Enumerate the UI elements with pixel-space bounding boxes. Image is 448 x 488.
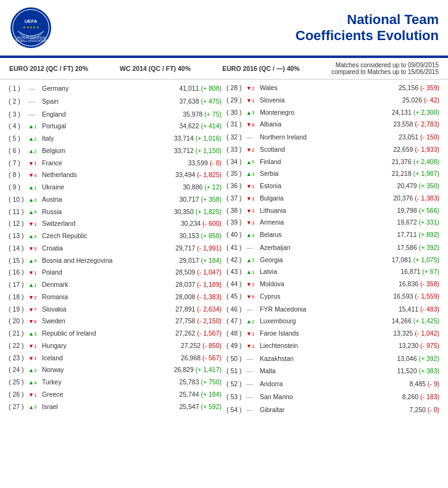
country-name: Georgia <box>260 255 392 265</box>
rank-label: ( 17 ) <box>9 280 28 290</box>
team-score: 15,411 (- 483) <box>399 305 439 315</box>
page-title: National Team Coefficients Evolution <box>52 12 439 44</box>
up-arrow-icon: ▲ <box>28 209 34 217</box>
rank-label: ( 45 ) <box>226 292 246 302</box>
trend-indicator: ▲1 <box>246 268 260 277</box>
up-arrow-icon: ▲ <box>246 231 252 240</box>
table-row: ( 4 ) ▲1Portugal34,622 (+ 414) <box>9 120 222 133</box>
rank-label: ( 15 ) <box>9 256 28 266</box>
country-name: Lithuania <box>260 206 397 216</box>
rank-label: ( 33 ) <box>226 145 246 155</box>
trend-indicator: ▲1 <box>28 281 42 290</box>
team-score: 29,017 (+ 184) <box>179 256 222 266</box>
down-arrow-icon: ▼ <box>246 183 252 191</box>
table-row: ( 33 ) ▼2Scotland22,659 (- 1,933) <box>226 144 439 156</box>
country-name: Germany <box>42 84 179 94</box>
country-name: Northern Ireland <box>260 133 399 143</box>
country-name: Bulgaria <box>260 194 393 204</box>
country-name: Slovenia <box>260 96 402 105</box>
trend-indicator: ▼2 <box>246 146 260 155</box>
up-arrow-icon: ▲ <box>28 403 34 412</box>
up-arrow-icon: ▲ <box>28 123 34 131</box>
rank-label: ( 32 ) <box>226 133 246 143</box>
down-arrow-icon: ▼ <box>246 330 252 339</box>
country-name: Andorra <box>260 379 410 389</box>
team-score: 34,622 (+ 414) <box>179 122 222 131</box>
table-row: ( 15 ) ▲4Bosnia and Herzegovina29,017 (+… <box>9 255 222 267</box>
table-row: ( 49 ) ▼1Liechtenstein13,230 (- 975) <box>226 340 439 352</box>
country-name: Poland <box>42 268 175 278</box>
up-arrow-icon: ▲ <box>246 159 252 167</box>
trend-indicator: ▼2 <box>246 281 260 289</box>
up-arrow-icon: ▲ <box>28 366 34 375</box>
flat-icon: — <box>28 83 35 94</box>
svg-text:FOOTBALL ASSOCIATIONS: FOOTBALL ASSOCIATIONS <box>13 39 49 43</box>
down-arrow-icon: ▼ <box>28 294 34 302</box>
rank-label: ( 12 ) <box>9 219 28 229</box>
flat-icon: — <box>246 354 253 364</box>
team-score: 26,968 (- 567) <box>181 354 222 363</box>
country-name: Spain <box>42 97 179 107</box>
trend-indicator: ▼5 <box>28 245 42 254</box>
rank-label: ( 6 ) <box>9 146 28 156</box>
country-name: Latvia <box>260 267 400 277</box>
matches-info: Matches considered up to 09/09/2015 comp… <box>331 62 439 75</box>
table-row: ( 43 ) ▲1Latvia16,871 (+ 67) <box>226 266 439 278</box>
country-name: Norway <box>42 365 174 375</box>
trend-indicator: ▼2 <box>246 85 260 93</box>
rank-label: ( 18 ) <box>9 292 28 302</box>
table-row: ( 42 ) ▲3Georgia17,081 (+ 1,075) <box>226 254 439 267</box>
table-row: ( 40 ) ▲3Belarus17,711 (+ 892) <box>226 229 439 241</box>
table-row: ( 34 ) ▲5Finland21,376 (+ 2,408) <box>226 156 439 168</box>
trend-indicator: — <box>246 379 260 389</box>
trend-indicator: ▼1 <box>28 160 42 168</box>
team-score: 7,250 (- 0) <box>410 405 439 415</box>
table-row: ( 41 ) —Azerbaijan17,586 (+ 392) <box>226 241 439 254</box>
team-score: 13,325 (- 1,042) <box>393 329 439 339</box>
table-row: ( 20 ) ▼6Sweden27,758 (- 2,150) <box>9 315 222 328</box>
country-name: Slovakia <box>42 305 175 315</box>
down-arrow-icon: ▼ <box>246 121 252 130</box>
trend-indicator: ▼1 <box>28 220 42 229</box>
country-name: Moldova <box>260 279 399 289</box>
country-name: Austria <box>42 195 179 205</box>
trend-indicator: ▲2 <box>28 135 42 144</box>
team-score: 33,714 (+ 1,016) <box>174 134 222 144</box>
rank-label: ( 2 ) <box>9 97 28 107</box>
table-row: ( 54 ) —Gibraltar7,250 (- 0) <box>226 403 439 416</box>
team-score: 25,744 (+ 184) <box>179 390 222 400</box>
trend-indicator: ▼2 <box>28 294 42 302</box>
team-score: 33,494 (- 1,825) <box>175 170 222 180</box>
trend-indicator: — <box>28 96 42 107</box>
table-row: ( 27 ) ▲3Israel25,547 (+ 592) <box>9 401 222 413</box>
trend-indicator: ▲3 <box>246 109 260 118</box>
flat-icon: — <box>246 132 253 143</box>
down-arrow-icon: ▼ <box>246 281 252 289</box>
rank-label: ( 39 ) <box>226 218 246 228</box>
trend-indicator: ▲4 <box>28 379 42 387</box>
table-row: ( 39 ) ▼3Armenia19,672 (+ 331) <box>226 217 439 229</box>
trend-indicator: — <box>246 132 260 143</box>
up-arrow-icon: ▲ <box>28 135 34 144</box>
team-score: 8,485 (- 9) <box>410 379 439 389</box>
down-arrow-icon: ▼ <box>28 306 34 315</box>
rank-label: ( 51 ) <box>226 366 246 376</box>
up-arrow-icon: ▲ <box>246 268 252 277</box>
rank-label: ( 30 ) <box>226 108 246 118</box>
team-score: 30,717 (+ 358) <box>179 195 222 205</box>
left-column: ( 1 ) —Germany41,011 (+ 808)( 2 ) —Spain… <box>6 82 224 416</box>
team-score: 16,836 (- 358) <box>399 279 439 289</box>
up-arrow-icon: ▲ <box>28 233 34 241</box>
country-name: San Marino <box>260 392 402 402</box>
right-column: ( 28 ) ▼2Wales25,156 (- 359)( 29 ) ▼1Slo… <box>224 82 442 416</box>
trend-indicator: — <box>28 109 42 120</box>
table-row: ( 12 ) ▼1Switzerland30,234 (- 600) <box>9 218 222 230</box>
table-row: ( 2 ) —Spain37,638 (+ 475) <box>9 95 222 108</box>
table-row: ( 38 ) ▼1Lithuania19,798 (+ 566) <box>226 205 439 217</box>
rank-label: ( 25 ) <box>9 378 28 387</box>
table-row: ( 8 ) ▼4Netherlands33,494 (- 1,825) <box>9 169 222 181</box>
page-header: UEFA ★ ★ ★ ★ ★ UNION OF EUROPEAN FOOTBAL… <box>0 0 448 57</box>
team-score: 35,978 (+ 75) <box>183 110 222 120</box>
team-score: 41,011 (+ 808) <box>179 84 222 94</box>
rank-label: ( 14 ) <box>9 244 28 254</box>
